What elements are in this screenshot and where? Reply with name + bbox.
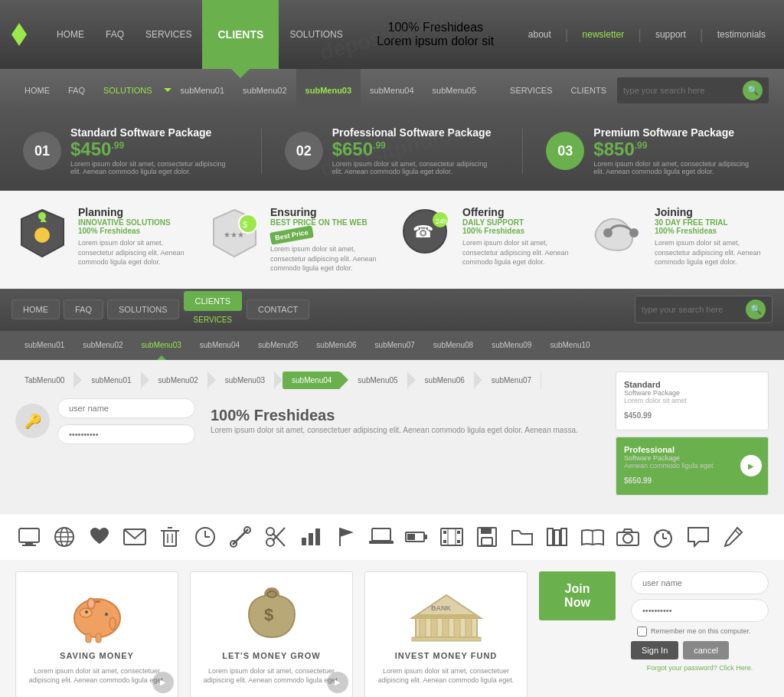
sub-search-btn[interactable]: 🔍 [743,80,763,100]
sm2-06[interactable]: subMenu06 [307,331,365,360]
icon-book-open[interactable] [579,523,606,551]
tab-03[interactable]: subMenu03 [216,371,275,389]
sub-menu04[interactable]: subMenu04 [361,69,423,111]
nav-support[interactable]: support [645,0,697,69]
feature-heading-2: Ensuring [270,206,384,218]
sub-menu01[interactable]: subMenu01 [172,69,234,111]
nav-about[interactable]: about [518,0,562,69]
nav-services[interactable]: SERVICES [135,0,202,69]
nav2-contact[interactable]: CONTACT [247,299,309,319]
second-search-input[interactable] [642,305,741,314]
sm2-01[interactable]: subMenu01 [15,331,74,360]
icon-floppy[interactable] [473,523,501,551]
icon-camera[interactable] [614,523,642,551]
icon-pen[interactable] [720,523,747,551]
sm2-05[interactable]: subMenu05 [249,331,307,360]
sub-home[interactable]: HOME [15,69,59,111]
sub-menu05[interactable]: subMenu05 [423,69,486,111]
nav2-faq[interactable]: FAQ [64,299,103,319]
logo-arrow[interactable] [8,15,31,54]
feature-body-3: Lorem ipsum dolor sit amet, consectetur … [462,238,577,267]
cancel-btn[interactable]: cancel [683,641,729,659]
sub-menu03[interactable]: subMenu03 [296,69,361,111]
icon-chart[interactable] [297,523,325,551]
icon-folder[interactable] [508,523,536,551]
nav2-home[interactable]: HOME [11,299,60,319]
tab-02[interactable]: subMenu02 [149,371,208,389]
nav-home[interactable]: HOME [46,0,95,69]
professional-play-btn[interactable] [740,455,762,476]
sm2-07[interactable]: subMenu07 [366,331,424,360]
pricing-item-2: 02 Professional Software Package $650.99… [285,126,500,175]
pricing-num-2: 02 [285,132,323,170]
sub-faq[interactable]: FAQ [59,69,94,111]
icon-chat[interactable] [684,523,712,551]
svg-rect-41 [315,528,320,545]
nav-newsletter[interactable]: newsletter [572,0,635,69]
tab-05[interactable]: subMenu05 [348,371,407,389]
join-username[interactable] [631,571,769,594]
sub-clients[interactable]: CLIENTS [562,69,616,111]
icon-books[interactable] [544,523,571,551]
tab-06[interactable]: subMenu06 [416,371,475,389]
card-saving: SAVING MONEY Lorem ipsum dolor sit amet,… [15,571,178,697]
nav-testimonials[interactable]: testimonials [707,0,776,69]
icon-mail[interactable] [121,523,149,551]
sm2-09[interactable]: subMenu09 [482,331,541,360]
tab-arrow-5[interactable] [408,372,416,388]
saving-play-btn[interactable]: ▶ [152,672,174,693]
icon-film[interactable] [438,523,466,551]
sub-services[interactable]: SERVICES [501,69,561,111]
icon-battery[interactable] [403,523,430,551]
tab-01[interactable]: subMenu01 [82,371,141,389]
solutions-dropdown-arrow[interactable] [164,88,172,92]
icon-flag[interactable] [332,523,360,551]
feature-offering: ☎ 24h Offering DAILY SUPPORT 100% Freshi… [400,206,577,273]
login-username[interactable] [57,398,195,418]
sm2-02[interactable]: subMenu02 [74,331,132,360]
login-password[interactable] [57,424,195,444]
sm2-04[interactable]: subMenu04 [191,331,249,360]
icon-scissors[interactable] [262,523,289,551]
tab-04[interactable]: subMenu04 [283,371,341,389]
sub-solutions[interactable]: SOLUTIONS [94,69,162,111]
forgot-link[interactable]: Forgot your password? Click Here. [631,664,769,672]
card-money-body: Lorem ipsum dolor sit amet, consectetuer… [202,666,341,686]
nav-faq[interactable]: FAQ [95,0,135,69]
tab-arrow-2[interactable] [208,372,216,388]
nav-clients[interactable]: CLIENTS [202,0,279,69]
join-now-btn[interactable]: Join Now [539,571,616,620]
nav2-clients[interactable]: CLIENTS [184,291,242,311]
icon-clock[interactable] [191,523,219,551]
tab-arrow-6[interactable] [475,372,482,388]
card-bank-title: INVEST MONEY FUND [395,651,498,660]
second-nav-search: 🔍 [635,296,773,323]
sub-search-input[interactable] [623,86,738,95]
sm2-10[interactable]: subMenu10 [541,331,599,360]
join-password[interactable] [631,599,769,622]
tab-arrow-3[interactable] [275,372,283,388]
icon-alarm[interactable] [649,523,677,551]
tab-arrow-0[interactable] [74,372,82,388]
nav2-solutions[interactable]: SOLUTIONS [107,299,179,319]
icon-laptop[interactable] [368,523,395,551]
icon-trash[interactable] [156,523,184,551]
sign-in-btn[interactable]: Sign In [631,641,678,659]
sm2-08[interactable]: subMenu08 [424,331,482,360]
second-search-btn[interactable]: 🔍 [746,299,766,319]
tab-07[interactable]: subMenu07 [482,371,541,389]
saving-icon-area [59,584,136,645]
nav-solutions[interactable]: SOLUTIONS [279,0,353,69]
icon-globe[interactable] [51,523,78,551]
money-play-btn[interactable]: ▶ [327,672,348,693]
icon-heart[interactable] [86,523,113,551]
tab-arrow-1[interactable] [142,372,149,388]
remember-checkbox[interactable] [637,627,647,636]
services-group: CLIENTS SERVICES [183,291,243,329]
tab-arrow-4[interactable] [341,372,348,388]
icon-tools[interactable] [227,523,254,551]
icon-monitor[interactable] [15,523,43,551]
svg-rect-16 [25,542,33,545]
tab-00[interactable]: TabMenu00 [15,371,74,389]
sm2-03[interactable]: subMenu03 [132,331,191,360]
